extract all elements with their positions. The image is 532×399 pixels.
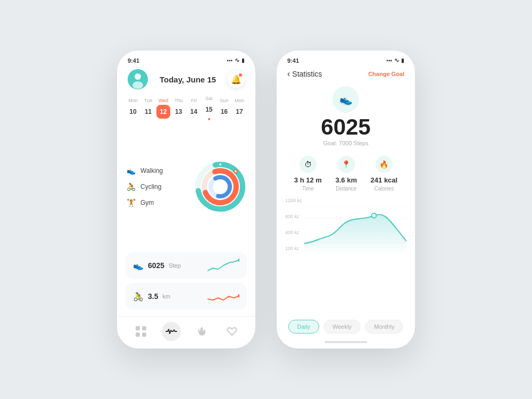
fire-icon: 🔥 bbox=[379, 160, 388, 169]
walking-label: Walking bbox=[140, 167, 163, 174]
bottom-nav bbox=[117, 316, 255, 348]
activity-walking[interactable]: 👟 Walking bbox=[126, 167, 188, 175]
svg-rect-18 bbox=[142, 332, 146, 337]
chart-area: 1200 kc 800 kc 400 kc 100 kc bbox=[277, 198, 415, 314]
filter-daily[interactable]: Daily bbox=[288, 320, 319, 334]
steps-icon: 👟 bbox=[133, 261, 144, 271]
filter-weekly[interactable]: Weekly bbox=[323, 320, 361, 334]
battery-icon-2: ▮ bbox=[401, 57, 404, 63]
y-label-800: 800 kc bbox=[285, 214, 302, 219]
steps-section: 👟 6025 Goal: 7000 Steps bbox=[277, 83, 415, 152]
nav-dashboard[interactable] bbox=[131, 322, 151, 341]
steps-mini-chart bbox=[207, 257, 239, 273]
svg-point-12 bbox=[235, 170, 237, 172]
calendar-week: Mon 10 Tue 11 Wed 12 Thu 13 Fri 14 Sat 1… bbox=[117, 94, 255, 126]
status-icons-1: ▪▪▪ ∿ ▮ bbox=[227, 57, 245, 64]
nav-heartrate[interactable] bbox=[162, 322, 181, 341]
walking-icon: 👟 bbox=[126, 167, 136, 175]
day-dot bbox=[208, 118, 210, 120]
line-chart bbox=[304, 198, 406, 256]
steps-left: 👟 6025 Step bbox=[133, 261, 181, 271]
phone-dashboard: 9:41 ▪▪▪ ∿ ▮ Today, June 15 🔔 bbox=[117, 51, 255, 348]
location-icon: 📍 bbox=[342, 160, 351, 169]
nav-calories[interactable] bbox=[192, 322, 211, 341]
filter-monthly[interactable]: Monthly bbox=[365, 320, 404, 334]
calories-value: 241 kcal bbox=[371, 176, 398, 184]
time-1: 9:41 bbox=[128, 57, 139, 64]
chevron-left-icon: ‹ bbox=[287, 69, 290, 79]
y-label-400: 400 kc bbox=[285, 230, 302, 235]
cal-day-sun[interactable]: Sun 16 bbox=[217, 98, 231, 119]
footsteps-icon: 👟 bbox=[339, 93, 353, 106]
distance-card[interactable]: 🚴 3.5 km bbox=[126, 283, 247, 310]
distance-icon-circle: 📍 bbox=[338, 156, 355, 173]
battery-icon-1: ▮ bbox=[242, 57, 245, 63]
change-goal-button[interactable]: Change Goal bbox=[368, 71, 404, 77]
gym-label: Gym bbox=[140, 199, 154, 206]
cycling-icon: 🚴 bbox=[126, 182, 136, 191]
steps-unit: Step bbox=[169, 262, 181, 269]
statistics-title: Statistics bbox=[292, 70, 322, 78]
y-label-1200: 1200 kc bbox=[285, 198, 302, 203]
wifi-icon-2: ∿ bbox=[394, 57, 399, 64]
cal-day-mon1[interactable]: Mon 10 bbox=[126, 98, 140, 119]
grid-icon bbox=[135, 326, 147, 337]
cal-day-wed[interactable]: Wed 12 bbox=[156, 98, 171, 119]
status-icons-2: ▪▪▪ ∿ ▮ bbox=[386, 57, 404, 64]
steps-icon-circle: 👟 bbox=[332, 86, 359, 113]
nav-health[interactable] bbox=[222, 322, 242, 341]
svg-rect-17 bbox=[136, 332, 140, 337]
notification-dot bbox=[238, 73, 243, 77]
svg-point-2 bbox=[132, 81, 143, 89]
home-indicator-2 bbox=[277, 341, 415, 348]
signal-icon-2: ▪▪▪ bbox=[386, 57, 392, 63]
cal-day-mon2[interactable]: Mon 17 bbox=[232, 98, 247, 119]
cal-day-thu[interactable]: Thu 13 bbox=[171, 98, 186, 119]
user-avatar[interactable] bbox=[128, 69, 148, 89]
activity-section: 👟 Walking 🚴 Cycling 🏋 Gym bbox=[117, 126, 255, 248]
status-bar-2: 9:41 ▪▪▪ ∿ ▮ bbox=[277, 51, 415, 66]
donut-chart bbox=[194, 160, 247, 213]
cycling-label: Cycling bbox=[140, 183, 161, 190]
time-icon-circle: ⏱ bbox=[300, 156, 317, 173]
date-label: Today, June 15 bbox=[160, 75, 216, 84]
time-label: Time bbox=[302, 186, 314, 192]
activity-list: 👟 Walking 🚴 Cycling 🏋 Gym bbox=[126, 167, 188, 207]
distance-label: Distance bbox=[336, 186, 356, 192]
time-filters: Daily Weekly Monthly bbox=[277, 314, 415, 341]
calories-icon-circle: 🔥 bbox=[376, 156, 393, 173]
clock-icon: ⏱ bbox=[304, 160, 312, 169]
steps-value: 6025 bbox=[148, 261, 164, 270]
app-container: 9:41 ▪▪▪ ∿ ▮ Today, June 15 🔔 bbox=[117, 51, 415, 348]
cal-day-tue[interactable]: Tue 11 bbox=[141, 98, 156, 119]
wifi-icon-1: ∿ bbox=[235, 57, 239, 64]
distance-unit: km bbox=[162, 293, 170, 300]
steps-card[interactable]: 👟 6025 Step bbox=[126, 252, 247, 279]
stats-cards: 👟 6025 Step 🚴 3.5 km bbox=[117, 248, 255, 316]
status-bar-1: 9:41 ▪▪▪ ∿ ▮ bbox=[117, 51, 255, 66]
time-2: 9:41 bbox=[287, 57, 299, 64]
activity-gym[interactable]: 🏋 Gym bbox=[126, 198, 188, 207]
steps-goal: Goal: 7000 Steps bbox=[323, 140, 368, 146]
back-button[interactable]: ‹ Statistics bbox=[287, 69, 322, 79]
svg-point-10 bbox=[219, 163, 221, 165]
cal-day-sat[interactable]: Sat 15 bbox=[202, 96, 217, 120]
svg-point-13 bbox=[238, 259, 239, 262]
phone-statistics: 9:41 ▪▪▪ ∿ ▮ ‹ Statistics Change Goal 👟 … bbox=[277, 51, 415, 348]
statistics-header: ‹ Statistics Change Goal bbox=[277, 66, 415, 83]
svg-point-23 bbox=[372, 213, 377, 218]
distance-value2: 3.6 km bbox=[335, 176, 356, 184]
notification-bell[interactable]: 🔔 bbox=[228, 71, 245, 88]
cal-day-fri[interactable]: Fri 14 bbox=[186, 98, 201, 119]
time-value: 3 h 12 m bbox=[294, 176, 322, 184]
distance-value: 3.5 bbox=[148, 292, 158, 301]
gym-icon: 🏋 bbox=[126, 198, 136, 207]
heart-icon bbox=[226, 326, 238, 337]
activity-cycling[interactable]: 🚴 Cycling bbox=[126, 182, 188, 191]
svg-point-1 bbox=[135, 73, 141, 80]
cycling-stat-icon: 🚴 bbox=[133, 292, 144, 302]
distance-metric: 📍 3.6 km Distance bbox=[335, 156, 356, 192]
signal-icon-1: ▪▪▪ bbox=[227, 57, 232, 63]
distance-left: 🚴 3.5 km bbox=[133, 292, 170, 302]
home-bar-2 bbox=[325, 341, 367, 343]
